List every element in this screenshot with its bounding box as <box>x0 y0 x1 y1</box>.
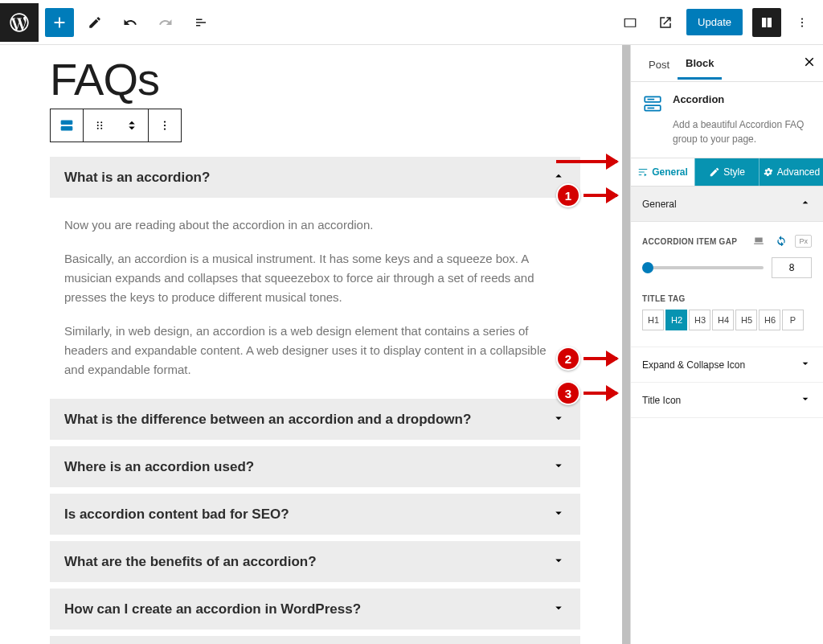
chevron-down-icon <box>799 357 812 372</box>
undo-button[interactable] <box>116 8 145 37</box>
svg-point-8 <box>100 121 102 123</box>
field-label: ACCORDION ITEM GAP <box>642 237 737 246</box>
document-overview-button[interactable] <box>186 8 215 37</box>
accordion-item[interactable]: Does Styble create responsive accordions… <box>50 636 580 644</box>
tab-post[interactable]: Post <box>641 48 678 79</box>
editor-canvas[interactable]: FAQs What is an accordion? <box>0 45 630 644</box>
settings-panel-toggle[interactable] <box>752 8 781 37</box>
svg-point-7 <box>97 121 99 123</box>
block-info: Accordion <box>631 82 823 121</box>
open-external-button[interactable] <box>651 8 680 37</box>
redo-button[interactable] <box>151 8 180 37</box>
accordion-title: Where is an accordion used? <box>64 459 254 475</box>
svg-point-15 <box>164 128 166 129</box>
accordion-content[interactable]: Now you are reading about the accordion … <box>50 204 580 399</box>
tag-h6[interactable]: H6 <box>759 310 780 330</box>
section-general[interactable]: General <box>631 187 823 222</box>
chevron-down-icon[interactable] <box>551 411 566 428</box>
editor-sidebar: Post Block Accordion Add a beautiful Acc… <box>630 45 823 644</box>
section-title-icon[interactable]: Title Icon <box>631 383 823 418</box>
block-toolbar <box>50 109 182 142</box>
svg-point-11 <box>97 128 99 129</box>
drag-handle-icon[interactable] <box>84 109 116 142</box>
accordion-item[interactable]: Where is an accordion used? <box>50 446 580 487</box>
tag-h3[interactable]: H3 <box>689 310 710 330</box>
chevron-up-icon <box>799 196 812 211</box>
section-expand-collapse[interactable]: Expand & Collapse Icon <box>631 347 823 383</box>
chevron-down-icon[interactable] <box>551 553 566 570</box>
chevron-down-icon[interactable] <box>551 458 566 475</box>
close-icon[interactable] <box>802 55 817 72</box>
accordion-item[interactable]: What is an accordion? <box>50 157 580 198</box>
unit-label[interactable]: Px <box>795 235 812 248</box>
scrollbar[interactable] <box>622 45 630 644</box>
chevron-down-icon[interactable] <box>551 506 566 523</box>
annotation-badge-2: 2 <box>556 347 580 371</box>
accordion-item[interactable]: What is the difference between an accord… <box>50 399 580 440</box>
svg-point-13 <box>164 121 166 122</box>
svg-point-12 <box>100 128 102 129</box>
annotation-arrow <box>583 392 617 395</box>
annotation-arrow <box>556 160 617 163</box>
accordion-title: Is accordion content bad for SEO? <box>64 507 289 523</box>
subtab-general[interactable]: General <box>631 158 694 186</box>
svg-point-1 <box>801 21 803 23</box>
tag-h4[interactable]: H4 <box>712 310 734 330</box>
accordion-item[interactable]: What are the benefits of an accordion? <box>50 541 580 582</box>
sidebar-tabs: Post Block <box>631 45 823 82</box>
move-arrows-icon[interactable] <box>116 109 148 142</box>
block-settings-tabs: General Style Advanced <box>631 158 823 187</box>
field-label: TITLE TAG <box>642 294 812 303</box>
accordion-item[interactable]: How can I create an accordion in WordPre… <box>50 589 580 630</box>
title-tag-group: H1 H2 H3 H4 H5 H6 P <box>642 310 812 330</box>
page-title[interactable]: FAQs <box>50 53 580 105</box>
svg-point-2 <box>801 25 803 27</box>
responsive-icon[interactable] <box>750 233 768 249</box>
annotation-arrow <box>583 194 617 197</box>
options-button[interactable] <box>788 8 817 37</box>
add-block-button[interactable] <box>45 8 74 37</box>
editor-top-toolbar: Update <box>0 0 823 45</box>
edit-mode-button[interactable] <box>80 8 109 37</box>
accordion-title: How can I create an accordion in WordPre… <box>64 601 361 617</box>
tag-h5[interactable]: H5 <box>735 310 757 330</box>
block-type-icon[interactable] <box>51 109 83 142</box>
accordion-title: What is an accordion? <box>64 170 210 186</box>
chevron-down-icon[interactable] <box>551 601 566 617</box>
gap-input[interactable] <box>772 257 812 278</box>
block-name: Accordion <box>673 93 724 116</box>
accordion-item[interactable]: Is accordion content bad for SEO? <box>50 494 580 535</box>
tag-h1[interactable]: H1 <box>642 310 664 330</box>
reset-icon[interactable] <box>772 233 790 249</box>
accordion-block[interactable]: What is an accordion? Now you are readin… <box>50 157 580 644</box>
more-options-icon[interactable] <box>149 109 181 142</box>
annotation-badge-1: 1 <box>556 183 580 207</box>
wordpress-logo[interactable] <box>0 3 39 42</box>
svg-point-10 <box>100 125 102 126</box>
section-general-body: ACCORDION ITEM GAP Px TITLE TAG H1 H2 H3… <box>631 222 823 347</box>
svg-point-0 <box>801 18 803 19</box>
view-button[interactable] <box>616 8 645 37</box>
accordion-title: What are the benefits of an accordion? <box>64 554 317 570</box>
annotation-arrow <box>583 357 617 360</box>
subtab-advanced[interactable]: Advanced <box>760 158 823 186</box>
subtab-style[interactable]: Style <box>694 158 760 186</box>
chevron-down-icon <box>799 392 812 408</box>
svg-point-9 <box>97 125 99 126</box>
accordion-icon <box>642 93 665 116</box>
gap-slider[interactable] <box>642 266 764 269</box>
tag-p[interactable]: P <box>782 310 804 330</box>
annotation-badge-3: 3 <box>556 381 580 405</box>
tag-h2[interactable]: H2 <box>665 310 687 330</box>
accordion-title: What is the difference between an accord… <box>64 412 471 428</box>
svg-point-14 <box>164 125 166 126</box>
tab-block[interactable]: Block <box>678 47 722 80</box>
block-description: Add a beautiful Accordion FAQ group to y… <box>631 117 823 158</box>
update-button[interactable]: Update <box>686 9 743 35</box>
